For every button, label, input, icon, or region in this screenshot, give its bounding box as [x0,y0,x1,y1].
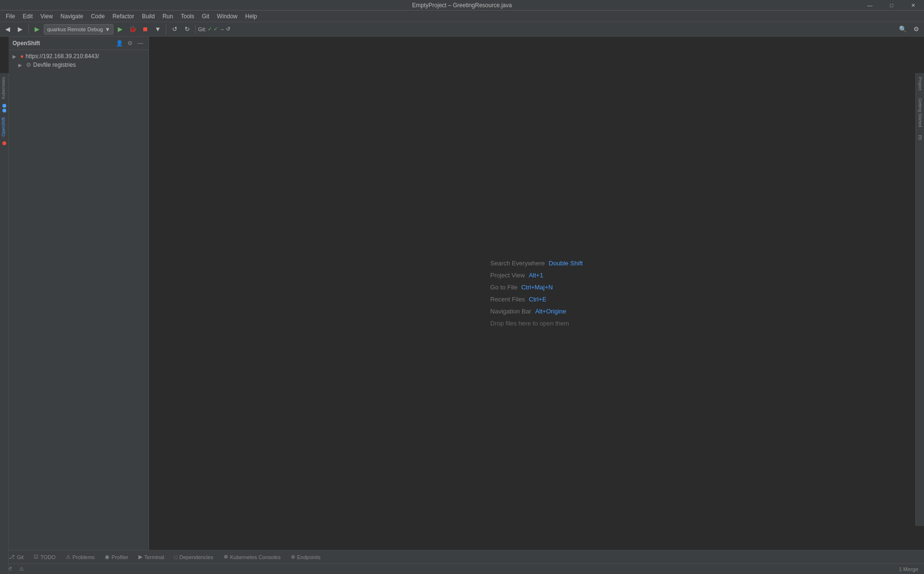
tree-item-server[interactable]: ▶ ● https://192.168.39.210:8443/ [9,52,149,61]
hint-project-label: Project View [490,272,525,279]
hint-recent: Recent Files Ctrl+E [490,296,583,303]
panel-add-user-btn[interactable]: 👤 [115,39,124,48]
hint-project: Project View Alt+1 [490,272,583,279]
toolbar-search-btn[interactable]: 🔍 [897,24,909,35]
status-merge[interactable]: 1 Merge [897,566,920,572]
panel-minimize-btn[interactable]: — [136,39,145,48]
tab-kubernetes-consoles-label: Kubernetes Consoles [230,554,281,560]
menu-item-build[interactable]: Build [138,11,159,22]
hint-navbar-label: Navigation Bar [490,308,531,315]
todo-tab-icon: ☑ [34,554,38,560]
warning-icon: ⚠ [19,566,24,572]
hint-project-shortcut: Alt+1 [529,272,543,279]
hint-navbar: Navigation Bar Alt+Origine [490,308,583,315]
git-label: Git: [198,26,206,32]
devfile-icon: ⚙ [26,62,31,68]
server-icon: ● [20,53,24,60]
menu-item-code[interactable]: Code [87,11,109,22]
chevron-right-icon-2: ▶ [18,62,24,68]
welcome-hints: Search Everywhere Double Shift Project V… [490,260,583,327]
title-bar: EmptyProject – GreetingResource.java — □… [0,0,924,11]
tab-profiler[interactable]: ◉ Profiler [100,550,134,563]
toolbar: ◀ ▶ ▶ quarkus Remote Debug ▼ ▶ 🐞 ⏹ ▼ ↺ ↻… [0,22,924,37]
tab-problems[interactable]: ⚠ Problems [61,550,100,563]
endpoints-tab-icon: ⊕ [291,554,295,560]
git-forward: → [219,26,225,32]
menu-item-refactor[interactable]: Refactor [109,11,138,22]
sidebar-item-openshift[interactable]: OpenShift [0,113,8,140]
hint-drop-label: Drop files here to open them [490,320,569,327]
main-layout: Kubernetes OpenShift OpenShift 👤 ⚙ — ▶ ●… [0,37,924,550]
window-title: EmptyProject – GreetingResource.java [412,2,512,9]
tab-todo-label: TODO [40,554,56,560]
bottom-toolbar: ⎇ Git ☑ TODO ⚠ Problems ◉ Profiler ▶ Ter… [0,550,924,563]
terminal-tab-icon: ▶ [138,554,142,560]
chevron-down-icon: ▼ [105,26,110,32]
hint-recent-label: Recent Files [490,296,525,303]
menu-item-run[interactable]: Run [159,11,177,22]
tab-kubernetes-consoles[interactable]: ☸ Kubernetes Consoles [219,550,286,563]
menu-item-window[interactable]: Window [213,11,241,22]
devfile-label: Devfile registries [33,62,76,68]
hint-navbar-shortcut: Alt+Origine [535,308,566,315]
tab-todo[interactable]: ☑ TODO [29,550,61,563]
status-bar: ⎇ ⚠ 1 Merge [0,563,924,574]
tab-endpoints[interactable]: ⊕ Endpoints [286,550,326,563]
server-label: https://192.168.39.210:8443/ [25,53,99,60]
toolbar-redo-btn[interactable]: ↻ [181,24,193,35]
tab-dependencies[interactable]: □ Dependencies [170,550,219,563]
toolbar-back-btn[interactable]: ◀ [2,24,13,35]
hint-goto: Go to File Ctrl+Maj+N [490,284,583,291]
panel-title: OpenShift [12,40,40,47]
problems-tab-icon: ⚠ [66,554,71,560]
tab-endpoints-label: Endpoints [297,554,321,560]
tab-terminal[interactable]: ▶ Terminal [134,550,170,563]
status-warnings[interactable]: ⚠ [17,564,26,574]
right-bar-project[interactable]: Project [917,75,923,92]
toolbar-sep3 [195,25,196,34]
minimize-button[interactable]: — [859,0,881,11]
menu-item-view[interactable]: View [37,11,57,22]
menu-item-tools[interactable]: Tools [177,11,198,22]
toolbar-stop-btn[interactable]: ⏹ [139,24,151,35]
toolbar-sep2 [166,25,166,34]
tab-terminal-label: Terminal [144,554,164,560]
hint-recent-shortcut: Ctrl+E [529,296,546,303]
run-config-dropdown[interactable]: quarkus Remote Debug ▼ [44,24,113,35]
tree-item-devfile[interactable]: ▶ ⚙ Devfile registries [9,61,149,69]
left-vertical-bar: Kubernetes OpenShift [0,73,9,574]
right-bar-getting-started[interactable]: Getting Started [917,96,923,129]
maximize-button[interactable]: □ [881,0,902,11]
git-check1: ✓ [208,26,212,32]
menu-item-help[interactable]: Help [241,11,261,22]
menu-item-navigate[interactable]: Navigate [57,11,87,22]
toolbar-undo-btn[interactable]: ↺ [169,24,180,35]
toolbar-run-btn[interactable]: ▶ [31,24,43,35]
toolbar-more-btn[interactable]: ▼ [152,24,163,35]
menu-bar: FileEditViewNavigateCodeRefactorBuildRun… [0,11,924,22]
toolbar-settings-btn[interactable]: ⚙ [911,24,922,35]
menu-item-git[interactable]: Git [198,11,213,22]
hint-search-shortcut: Double Shift [549,260,583,267]
panel-settings-btn[interactable]: ⚙ [125,39,134,48]
menu-item-file[interactable]: File [2,11,19,22]
indicator-badge-2 [2,109,6,112]
hint-search-label: Search Everywhere [490,260,545,267]
git-status: Git: ✓ ✓ → ↺ [198,26,230,32]
toolbar-forward-btn[interactable]: ▶ [14,24,26,35]
sidebar-item-kubernetes[interactable]: Kubernetes [0,73,8,103]
indicator-badge-3 [2,141,6,145]
profiler-tab-icon: ◉ [105,554,110,560]
toolbar-debug-btn[interactable]: 🐞 [127,24,138,35]
tab-dependencies-label: Dependencies [179,554,213,560]
indicator-badge-1 [2,104,6,108]
editor-area: Search Everywhere Double Shift Project V… [149,37,924,550]
hint-goto-shortcut: Ctrl+Maj+N [521,284,553,291]
tree-view: ▶ ● https://192.168.39.210:8443/ ▶ ⚙ Dev… [9,50,149,550]
toolbar-play-btn[interactable]: ▶ [114,24,126,35]
right-bar-maven[interactable]: m [916,133,924,142]
git-revert: ↺ [226,26,230,32]
toolbar-sep1 [28,25,29,34]
close-button[interactable]: ✕ [902,0,924,11]
menu-item-edit[interactable]: Edit [19,11,37,22]
